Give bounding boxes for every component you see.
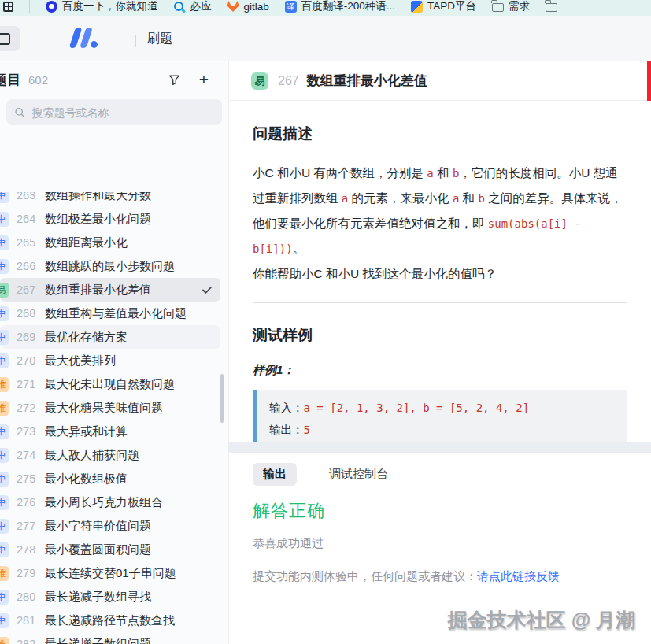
problem-number: 267 — [278, 74, 299, 88]
problem-number: 263 — [17, 192, 38, 202]
difficulty-badge: 中 — [0, 590, 9, 605]
panel-toggle-button[interactable] — [0, 26, 20, 51]
text-segment: 输出： — [269, 424, 304, 436]
problem-list-item[interactable]: 中 265 数组距离最小化 — [0, 231, 220, 254]
add-problem-button[interactable]: + — [194, 69, 214, 90]
apps-grid-icon[interactable] — [3, 2, 13, 12]
problem-list-item[interactable]: 中 270 最大优美排列 — [0, 349, 220, 372]
inline-code: a — [427, 167, 433, 180]
feedback-link[interactable]: 请点此链接反馈 — [477, 569, 560, 583]
header-divider — [135, 35, 136, 47]
bookmark-item[interactable]: TAPD平台 — [411, 0, 476, 13]
problem-list-item[interactable]: 中 275 最小化数组极值 — [0, 467, 220, 490]
search-box[interactable] — [6, 99, 222, 125]
problem-list-item[interactable]: 中 273 最大异或和计算 — [0, 420, 220, 443]
problem-title: 数组操作和最大分数 — [45, 192, 151, 203]
inline-code: 5 — [304, 424, 310, 436]
problem-title: 最长递减路径节点数查找 — [45, 613, 175, 628]
problem-list: 中 263 数组操作和最大分数 中 264 数组极差最小化问题 中 265 数组… — [0, 192, 228, 644]
bookmark-item[interactable]: 需求 — [492, 0, 530, 13]
problem-title: 最大化未出现自然数问题 — [45, 377, 175, 392]
search-input[interactable] — [32, 106, 214, 119]
inline-code: b — [478, 192, 484, 205]
problem-list-item[interactable]: 中 263 数组操作和最大分数 — [0, 192, 220, 207]
problem-list-item[interactable]: 中 264 数组极差最小化问题 — [0, 207, 220, 231]
difficulty-badge: 中 — [0, 424, 9, 439]
problem-number: 271 — [17, 378, 38, 390]
output-tab[interactable]: 输出 — [253, 463, 297, 486]
problem-title: 最大优美排列 — [45, 353, 116, 368]
baidu-translate-icon — [285, 1, 297, 13]
problem-title: 最小字符串价值问题 — [45, 519, 151, 534]
problem-list-item[interactable]: 中 274 最大敌人捕获问题 — [0, 443, 220, 467]
problem-list-item[interactable]: 易 267 数组重排最小化差值 — [0, 278, 220, 302]
tab-practice[interactable]: 刷题 — [147, 31, 172, 47]
folder-icon — [546, 3, 557, 12]
app-logo-icon[interactable] — [68, 27, 104, 52]
text-segment: 的元素，来最小化 — [348, 191, 453, 205]
difficulty-badge: 中 — [0, 192, 9, 203]
examples-heading: 测试样例 — [253, 325, 627, 346]
problem-list-item[interactable]: 中 281 最长递减路径节点数查找 — [0, 609, 220, 632]
search-icon — [14, 106, 26, 119]
problem-title: 数组重排最小化差值 — [45, 283, 151, 298]
result-status: 解答正确 — [253, 499, 627, 523]
folder-icon — [492, 3, 504, 12]
problem-description-area: 问题描述 小C 和小U 有两个数组，分别是 a 和 b，它们的长度相同。小U 想… — [229, 102, 651, 442]
problem-number: 275 — [17, 472, 38, 485]
problem-title: 最长连续交替01子串问题 — [45, 566, 176, 581]
problem-list-item[interactable]: 中 277 最小字符串价值问题 — [0, 514, 220, 538]
problem-title: 最大化糖果美味值问题 — [45, 401, 163, 416]
app-header: 刷题 — [0, 16, 651, 61]
bookmark-item[interactable]: 百度一下，你就知道 — [46, 0, 158, 13]
bookmark-item[interactable] — [546, 1, 562, 12]
bookmark-item[interactable]: 百度翻译-200种语... — [285, 0, 395, 13]
problem-list-item[interactable]: 难 271 最大化未出现自然数问题 — [0, 372, 220, 396]
difficulty-badge: 中 — [0, 353, 9, 368]
text-segment: 输入： — [269, 402, 304, 414]
problem-number: 264 — [17, 213, 38, 225]
problem-title: 数组重构与差值最小化问题 — [45, 306, 187, 321]
example-label: 样例1： — [253, 363, 627, 378]
problem-list-item[interactable]: 中 280 最长递减子数组寻找 — [0, 585, 220, 609]
bing-search-icon — [174, 1, 186, 13]
output-tab[interactable]: 调试控制台 — [319, 463, 398, 486]
problem-number: 279 — [17, 567, 38, 579]
section-divider — [253, 302, 627, 303]
bookmark-item[interactable]: gitlab — [227, 1, 269, 13]
difficulty-badge: 难 — [0, 566, 9, 581]
description-paragraph: 小C 和小U 有两个数组，分别是 a 和 b，它们的长度相同。小U 想通过重新排… — [253, 161, 627, 261]
problem-list-item[interactable]: 难 272 最大化糖果美味值问题 — [0, 396, 220, 420]
output-panel: 输出 调试控制台 解答正确 恭喜成功通过 提交功能内测体验中，任何问题或者建议：… — [229, 453, 651, 644]
problem-list-item[interactable]: 中 268 数组重构与差值最小化问题 — [0, 302, 220, 325]
problem-titlebar: 易 267 数组重排最小化差值 — [229, 61, 651, 101]
difficulty-badge: 中 — [0, 542, 9, 557]
sidebar-header: 题目 602 + — [0, 61, 228, 98]
page-title: 数组重排最小化差值 — [307, 72, 427, 90]
difficulty-badge: 易 — [0, 283, 9, 298]
problem-count: 602 — [28, 73, 164, 87]
problem-list-item[interactable]: 中 278 最小覆盖圆面积问题 — [0, 538, 220, 561]
bookmarks-divider — [29, 0, 30, 13]
problem-sidebar: 题目 602 + 中 263 数组操作和最大分数 中 264 数组极差最 — [0, 61, 228, 644]
problem-title: 最大异或和计算 — [45, 424, 128, 439]
problem-list-item[interactable]: 中 276 最小周长巧克力板组合 — [0, 490, 220, 514]
difficulty-badge: 中 — [0, 613, 9, 628]
problem-title: 最优化存储方案 — [45, 330, 128, 345]
watermark: 掘金技术社区 @ 月潮 — [448, 607, 635, 633]
difficulty-badge: 难 — [0, 637, 9, 644]
problem-number: 278 — [17, 543, 38, 556]
problem-list-item[interactable]: 难 282 最长递增子数组问题 — [0, 632, 220, 644]
problem-list-item[interactable]: 中 266 数组跳跃的最小步数问题 — [0, 254, 220, 278]
inline-code: a = [2, 1, 3, 2], b = [5, 2, 4, 2] — [304, 402, 530, 414]
difficulty-badge: 中 — [0, 306, 9, 321]
problem-list-item[interactable]: 中 269 最优化存储方案 — [0, 325, 220, 349]
example-input-line: 输入：a = [2, 1, 3, 2], b = [5, 2, 4, 2] — [269, 397, 615, 419]
sidebar-scrollbar-thumb[interactable] — [220, 374, 224, 423]
example-code-block: 输入：a = [2, 1, 3, 2], b = [5, 2, 4, 2] 输出… — [253, 390, 627, 442]
bookmark-label: 百度一下，你就知道 — [62, 0, 158, 13]
problem-list-item[interactable]: 难 279 最长连续交替01子串问题 — [0, 561, 220, 585]
filter-button[interactable] — [164, 69, 184, 90]
output-tabs: 输出 调试控制台 — [253, 463, 627, 486]
bookmark-item[interactable]: 必应 — [174, 0, 212, 13]
